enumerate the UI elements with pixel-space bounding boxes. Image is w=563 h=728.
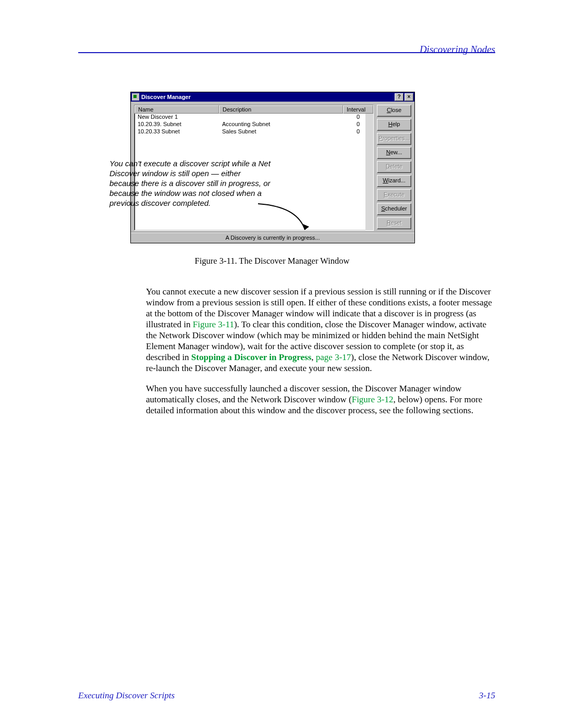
body-text: You cannot execute a new discover sessio…: [146, 286, 495, 416]
page-number: 3-15: [479, 690, 495, 701]
list-item[interactable]: 10.20.33 Subnet Sales Subnet 0: [134, 128, 373, 135]
close-icon[interactable]: ×: [405, 93, 413, 101]
page: Discovering Nodes Discover Manager ? × N…: [0, 0, 563, 728]
new-button[interactable]: New...: [377, 147, 411, 159]
figure-ref-link[interactable]: Figure 3-12: [352, 394, 394, 404]
scheduler-button[interactable]: Scheduler: [377, 203, 411, 215]
page-footer: Executing Discover Scripts 3-15: [78, 690, 495, 701]
col-name[interactable]: Name: [134, 105, 219, 114]
list-item[interactable]: 10.20.39. Subnet Accounting Subnet 0: [134, 121, 373, 128]
figure-caption: Figure 3-11. The Discover Manager Window: [130, 256, 414, 266]
list-header: Name Description Interval: [134, 105, 373, 114]
close-button[interactable]: Close: [377, 105, 411, 117]
help-button2[interactable]: Help: [377, 119, 411, 131]
col-description[interactable]: Description: [219, 105, 343, 114]
page-ref-link[interactable]: page 3-17: [316, 352, 351, 362]
list-item[interactable]: New Discover 1 0: [134, 114, 373, 121]
header-title: Discovering Nodes: [420, 44, 495, 55]
reset-button: Reset: [377, 217, 411, 229]
status-bar: A Discovery is currently in progress...: [131, 232, 414, 243]
app-icon: [132, 93, 139, 101]
properties-button: Properties...: [377, 133, 411, 145]
running-header: Discovering Nodes: [78, 44, 495, 51]
vertical-scrollbar[interactable]: [365, 114, 373, 230]
col-interval[interactable]: Interval: [343, 105, 373, 114]
paragraph-2: When you have successfully launched a di…: [146, 383, 495, 416]
window-title: Discover Manager: [141, 94, 191, 100]
titlebar[interactable]: Discover Manager ? ×: [131, 92, 414, 102]
cross-ref-link[interactable]: Stopping a Discover in Progress: [191, 352, 311, 362]
delete-button: Delete: [377, 161, 411, 173]
paragraph-1: You cannot execute a new discover sessio…: [146, 286, 495, 374]
help-button[interactable]: ?: [395, 93, 403, 101]
figure-wrap: Discover Manager ? × Name Description In…: [130, 92, 414, 243]
footer-section: Executing Discover Scripts: [78, 690, 175, 701]
figure-ref-link[interactable]: Figure 3-11: [193, 319, 234, 329]
execute-button: Execute: [377, 189, 411, 201]
button-column: Close Help Properties... New... Delete W…: [377, 105, 411, 231]
wizard-button[interactable]: Wizard...: [377, 175, 411, 187]
annotation-text: You can't execute a discover script whil…: [109, 158, 271, 208]
